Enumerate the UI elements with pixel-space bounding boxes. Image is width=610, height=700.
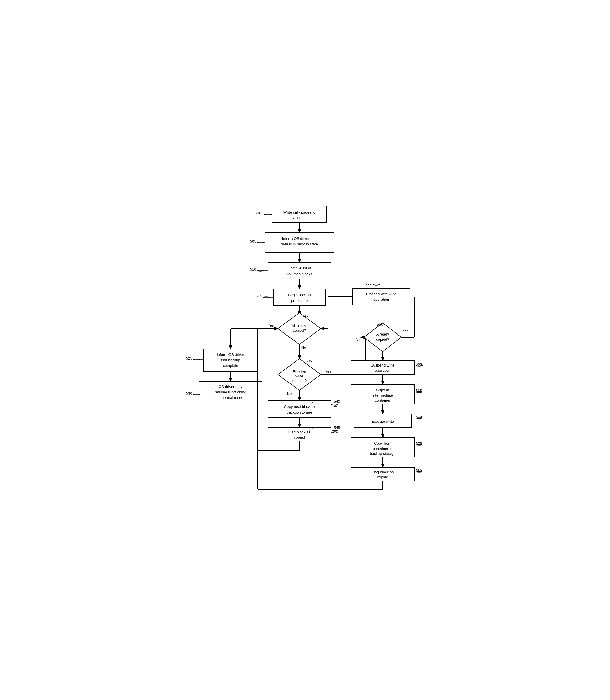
svg-text:volumes: volumes bbox=[292, 215, 306, 220]
svg-text:No: No bbox=[301, 345, 306, 349]
svg-text:545: 545 bbox=[309, 427, 316, 432]
svg-text:550: 550 bbox=[377, 322, 383, 327]
svg-text:Begin backup: Begin backup bbox=[288, 293, 310, 297]
svg-text:Yes: Yes bbox=[402, 329, 409, 333]
svg-text:Inform OS driver that: Inform OS driver that bbox=[282, 237, 317, 241]
svg-text:No: No bbox=[287, 391, 292, 396]
svg-text:545: 545 bbox=[334, 426, 340, 430]
svg-text:backup storage: backup storage bbox=[370, 452, 395, 456]
flowchart-diagram: Write dirty pages to volumes 500 Inform … bbox=[176, 199, 434, 501]
svg-text:520: 520 bbox=[302, 313, 309, 318]
svg-text:No: No bbox=[355, 338, 360, 342]
svg-text:copied?: copied? bbox=[293, 328, 306, 332]
svg-text:All blocks: All blocks bbox=[291, 323, 307, 328]
svg-text:OS driver may: OS driver may bbox=[219, 385, 243, 389]
svg-text:Flag block as: Flag block as bbox=[288, 430, 310, 434]
node-540 bbox=[268, 401, 331, 417]
svg-text:510: 510 bbox=[250, 267, 256, 272]
svg-text:Already: Already bbox=[376, 332, 389, 336]
svg-text:535: 535 bbox=[306, 359, 312, 363]
svg-text:Yes: Yes bbox=[268, 323, 274, 327]
svg-text:that backup: that backup bbox=[221, 358, 240, 362]
svg-text:Copy from: Copy from bbox=[374, 441, 391, 445]
node-555 bbox=[353, 289, 410, 305]
svg-text:container to: container to bbox=[373, 446, 392, 451]
svg-text:copied?: copied? bbox=[376, 337, 389, 342]
svg-text:Execute write: Execute write bbox=[371, 419, 394, 424]
svg-text:intermediate: intermediate bbox=[372, 393, 393, 397]
svg-text:Flag block as: Flag block as bbox=[371, 470, 394, 474]
svg-text:operation: operation bbox=[374, 368, 390, 373]
svg-text:procedure: procedure bbox=[291, 298, 308, 303]
svg-text:Yes: Yes bbox=[325, 369, 331, 373]
node-510 bbox=[268, 262, 331, 279]
svg-text:505: 505 bbox=[250, 239, 256, 243]
svg-text:Suspend write: Suspend write bbox=[371, 363, 394, 368]
svg-text:data is in backup state: data is in backup state bbox=[281, 242, 318, 246]
svg-text:backup storage: backup storage bbox=[287, 410, 312, 414]
svg-text:540: 540 bbox=[309, 401, 316, 405]
svg-text:500: 500 bbox=[255, 211, 261, 215]
node-515 bbox=[274, 289, 325, 306]
svg-text:resume functioning: resume functioning bbox=[215, 390, 246, 394]
svg-text:write: write bbox=[295, 374, 303, 378]
svg-text:complete: complete bbox=[223, 363, 238, 368]
svg-text:530: 530 bbox=[186, 391, 192, 395]
svg-text:volumes blocks: volumes blocks bbox=[287, 272, 312, 276]
svg-text:540: 540 bbox=[334, 399, 340, 404]
svg-text:Compile list of: Compile list of bbox=[288, 266, 311, 270]
svg-text:515: 515 bbox=[256, 294, 262, 298]
svg-text:in normal mode: in normal mode bbox=[218, 395, 243, 400]
svg-text:525: 525 bbox=[186, 356, 192, 360]
svg-text:request?: request? bbox=[292, 378, 307, 383]
svg-text:Copy to: Copy to bbox=[376, 388, 389, 392]
svg-text:copied: copied bbox=[294, 435, 305, 439]
svg-text:operation: operation bbox=[373, 297, 389, 302]
svg-text:Proceed with write: Proceed with write bbox=[366, 292, 396, 296]
svg-text:copied: copied bbox=[377, 475, 388, 479]
svg-text:555: 555 bbox=[366, 281, 372, 286]
svg-text:Receive: Receive bbox=[292, 369, 306, 374]
svg-text:Inform OS driver: Inform OS driver bbox=[217, 353, 244, 357]
svg-text:Write dirty pages to: Write dirty pages to bbox=[283, 210, 316, 214]
svg-text:container: container bbox=[375, 398, 390, 402]
